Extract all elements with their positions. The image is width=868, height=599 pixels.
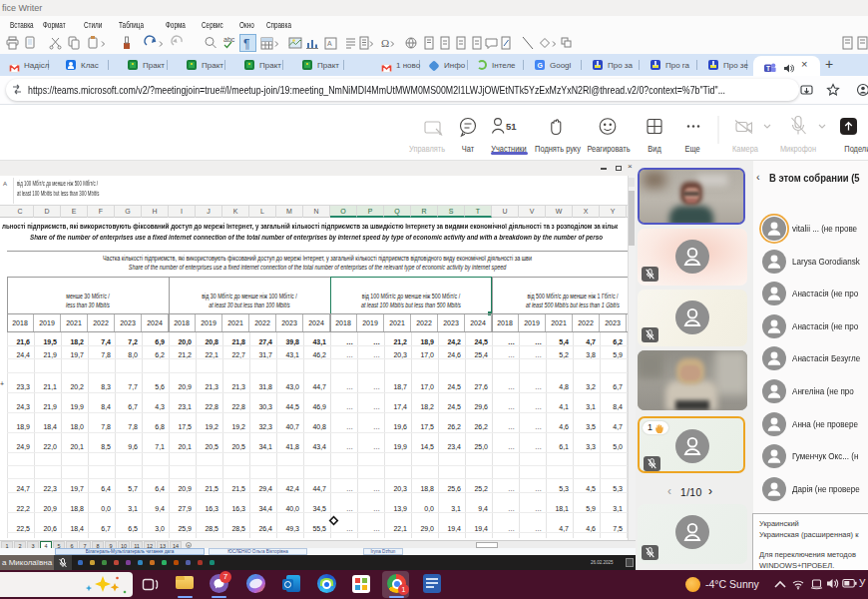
svg-text:¶: ¶ [243,37,249,51]
svg-text:Ω: Ω [381,37,389,49]
svg-text:abc: abc [223,36,235,43]
svg-text:A: A [327,40,332,47]
svg-text:51: 51 [506,121,517,132]
svg-text:T: T [766,65,770,72]
